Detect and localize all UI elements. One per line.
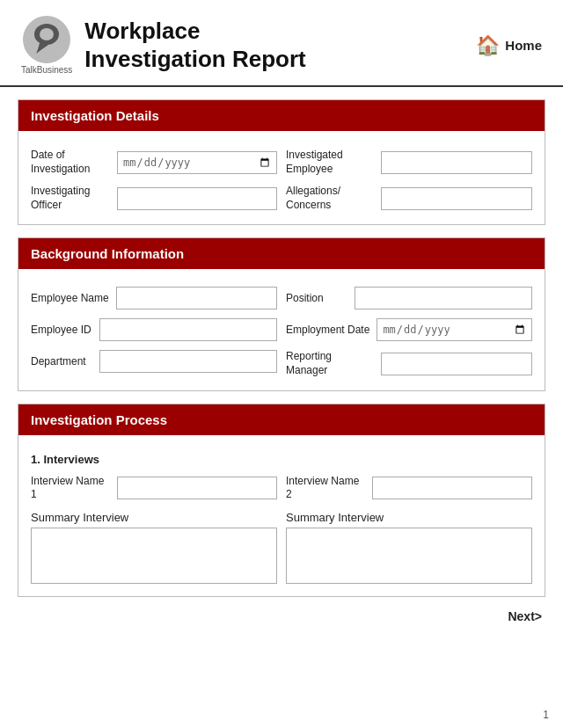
allegations-cell: Allegations/ Concerns xyxy=(286,185,532,212)
investigation-details-header: Investigation Details xyxy=(18,100,545,131)
allegations-label: Allegations/ Concerns xyxy=(286,185,374,212)
background-info-header: Background Information xyxy=(18,238,545,269)
interview-name2-input[interactable] xyxy=(372,477,532,499)
reporting-manager-label: Reporting Manager xyxy=(286,350,374,377)
investigating-officer-cell: Investigating Officer xyxy=(31,185,277,212)
department-cell: Department xyxy=(31,350,277,373)
date-of-investigation-cell: Date of Investigation xyxy=(31,149,277,176)
background-info-body: Employee Name Position Employee ID Emplo… xyxy=(18,269,545,389)
investigating-officer-label: Investigating Officer xyxy=(31,185,110,212)
summary1-label: Summary Interview xyxy=(31,511,277,524)
interview-name1-cell: Interview Name 1 xyxy=(31,475,277,502)
interview-names-row: Interview Name 1 Interview Name 2 xyxy=(31,475,532,502)
header-left: TalkBusiness Workplace Investigation Rep… xyxy=(21,16,306,75)
employee-name-input[interactable] xyxy=(116,287,277,309)
employment-date-input[interactable] xyxy=(377,318,532,341)
background-info-section: Background Information Employee Name Pos… xyxy=(18,237,545,390)
investigation-details-body: Date of Investigation Investigated Emplo… xyxy=(18,131,545,224)
employee-id-cell: Employee ID xyxy=(31,318,277,341)
summary-labels-row: Summary Interview Summary Interview xyxy=(31,511,532,524)
background-row3: Department Reporting Manager xyxy=(31,350,532,377)
employment-date-cell: Employment Date xyxy=(286,318,532,341)
employee-id-label: Employee ID xyxy=(31,324,92,338)
investigated-employee-input[interactable] xyxy=(381,151,532,174)
investigated-employee-label: Investigated Employee xyxy=(286,149,374,176)
logo-wrap: TalkBusiness xyxy=(21,16,72,75)
date-of-investigation-input[interactable] xyxy=(117,151,277,174)
reporting-manager-input[interactable] xyxy=(381,353,532,375)
interview-name1-input[interactable] xyxy=(117,477,277,499)
title-line1: Workplace xyxy=(84,18,305,45)
home-label: Home xyxy=(505,38,542,53)
date-of-investigation-label: Date of Investigation xyxy=(31,149,110,176)
investigated-employee-cell: Investigated Employee xyxy=(286,149,532,176)
investigation-row2: Investigating Officer Allegations/ Conce… xyxy=(31,185,532,212)
background-row2: Employee ID Employment Date xyxy=(31,318,532,341)
position-input[interactable] xyxy=(355,287,532,309)
summary-textareas-row xyxy=(31,528,532,584)
investigation-process-section: Investigation Process 1. Interviews Inte… xyxy=(18,404,545,597)
investigation-process-header: Investigation Process xyxy=(18,404,545,435)
employee-name-cell: Employee Name xyxy=(31,287,277,309)
allegations-input[interactable] xyxy=(381,187,532,210)
investigation-row1: Date of Investigation Investigated Emplo… xyxy=(31,149,532,176)
employment-date-label: Employment Date xyxy=(286,324,369,338)
investigation-details-section: Investigation Details Date of Investigat… xyxy=(18,99,545,225)
page-number: 1 xyxy=(543,709,549,721)
department-input[interactable] xyxy=(99,350,277,373)
investigating-officer-input[interactable] xyxy=(117,187,277,210)
title-line2: Investigation Report xyxy=(84,46,305,73)
home-icon: 🏠 xyxy=(476,34,500,57)
reporting-manager-cell: Reporting Manager xyxy=(286,350,532,377)
next-button[interactable]: Next> xyxy=(508,609,542,623)
position-cell: Position xyxy=(286,287,532,309)
summary2-label: Summary Interview xyxy=(286,511,532,524)
background-row1: Employee Name Position xyxy=(31,287,532,309)
svg-point-1 xyxy=(40,28,54,40)
interviews-subtitle: 1. Interviews xyxy=(31,453,532,466)
employee-id-input[interactable] xyxy=(99,318,277,341)
interview-name2-label: Interview Name 2 xyxy=(286,475,365,502)
header-title: Workplace Investigation Report xyxy=(84,18,305,72)
position-label: Position xyxy=(286,292,347,306)
logo-brand-text: TalkBusiness xyxy=(21,65,72,75)
header: TalkBusiness Workplace Investigation Rep… xyxy=(0,0,563,87)
interview-name1-label: Interview Name 1 xyxy=(31,475,110,502)
footer: Next> xyxy=(0,597,563,632)
interview-name2-cell: Interview Name 2 xyxy=(286,475,532,502)
investigation-process-body: 1. Interviews Interview Name 1 Interview… xyxy=(18,435,545,596)
logo-icon xyxy=(23,16,70,63)
summary1-textarea[interactable] xyxy=(31,528,277,584)
employee-name-label: Employee Name xyxy=(31,292,109,306)
summary2-textarea[interactable] xyxy=(286,528,532,584)
department-label: Department xyxy=(31,355,92,369)
home-button[interactable]: 🏠 Home xyxy=(476,34,542,57)
